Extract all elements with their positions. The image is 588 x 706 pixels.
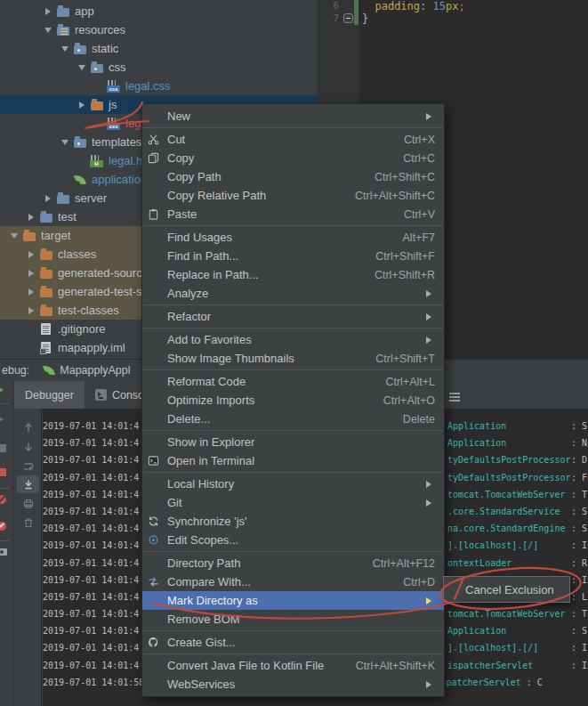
- menu-item-directory-path[interactable]: Directory PathCtrl+Alt+F12: [142, 554, 444, 572]
- log-message: : T: [571, 490, 587, 499]
- menu-item-local-history[interactable]: Local History: [142, 475, 444, 493]
- chevron-right-icon[interactable]: [24, 266, 38, 280]
- tree-item-static[interactable]: static: [0, 39, 318, 58]
- icon-spacer: [148, 171, 165, 183]
- thread-dump-icon[interactable]: [0, 546, 8, 558]
- code-token: ;: [458, 0, 464, 12]
- github-icon: [148, 637, 165, 649]
- tree-item-label: mapapply.iml: [58, 341, 125, 354]
- tab-debugger[interactable]: Debugger: [14, 381, 85, 409]
- menu-item-cut[interactable]: CutCtrl+X: [142, 130, 444, 149]
- tree-item-label: application: [92, 173, 147, 186]
- menu-item-webservices[interactable]: WebServices: [142, 675, 444, 694]
- chevron-right-icon[interactable]: [75, 98, 89, 112]
- log-time: 2019-07-01 14:01:4: [43, 643, 139, 653]
- menu-item-paste[interactable]: PasteCtrl+V: [142, 205, 444, 223]
- arrow-spacer: [24, 341, 38, 355]
- menu-item-label: Mark Directory as: [167, 594, 417, 607]
- menu-item-analyze[interactable]: Analyze: [142, 284, 444, 303]
- chevron-right-icon[interactable]: [24, 285, 38, 299]
- menu-item-open-in-terminal[interactable]: Open in Terminal: [142, 451, 444, 470]
- menu-item-copy-path[interactable]: Copy PathCtrl+Shift+C: [142, 167, 444, 186]
- mute-breakpoints-icon[interactable]: [0, 520, 8, 532]
- menu-item-mark-directory-as[interactable]: Mark Directory as: [142, 591, 444, 610]
- icon-spacer: [148, 413, 165, 426]
- tab-label: Debugger: [25, 389, 74, 402]
- menu-item-synchronize-js[interactable]: Synchronize 'js': [142, 512, 444, 531]
- stop-icon[interactable]: [0, 466, 8, 478]
- scroll-up-icon[interactable]: [17, 418, 39, 436]
- toolbar-separator: [0, 488, 9, 489]
- menu-item-cancel-exclusion[interactable]: Cancel Exclusion: [444, 580, 569, 599]
- fold-marker-icon[interactable]: [343, 13, 353, 23]
- tree-item-css[interactable]: css: [0, 58, 318, 77]
- scroll-down-icon[interactable]: [17, 438, 39, 456]
- menu-item-copy[interactable]: CopyCtrl+C: [142, 149, 444, 167]
- menu-item-find-in-path[interactable]: Find in Path...Ctrl+Shift+F: [142, 247, 444, 265]
- resume-icon[interactable]: [0, 413, 8, 426]
- log-message: : F: [571, 473, 587, 483]
- menu-separator: [143, 551, 443, 552]
- menu-item-refactor[interactable]: Refactor: [142, 307, 444, 326]
- chevron-right-icon[interactable]: [24, 210, 38, 224]
- tree-item-label: resources: [75, 23, 125, 37]
- log-message: : S: [571, 421, 587, 431]
- console-toolbar: [14, 409, 42, 706]
- soft-wrap-icon[interactable]: [17, 458, 39, 475]
- menu-separator: [143, 369, 443, 370]
- menu-item-label: Convert Java File to Kotlin File: [167, 659, 340, 672]
- rerun-icon[interactable]: [0, 384, 8, 396]
- tree-item-legal-css[interactable]: legal.css: [0, 77, 318, 95]
- chevron-down-icon[interactable]: [41, 23, 55, 37]
- chevron-right-icon[interactable]: [24, 304, 38, 318]
- chevron-down-icon[interactable]: [58, 42, 72, 56]
- submenu-arrow-icon: [426, 681, 435, 688]
- menu-item-label: Copy Relative Path: [167, 189, 339, 202]
- scroll-to-end-icon[interactable]: [17, 475, 39, 493]
- chevron-down-icon[interactable]: [7, 229, 21, 243]
- menu-item-create-gist[interactable]: Create Gist...: [142, 633, 444, 652]
- print-icon[interactable]: [17, 495, 39, 513]
- tree-item-resources[interactable]: resources: [0, 20, 318, 39]
- terminal-icon: [148, 455, 165, 467]
- menu-item-show-image-thumbnails[interactable]: Show Image ThumbnailsCtrl+Shift+T: [142, 349, 444, 368]
- menu-item-delete[interactable]: Delete...Delete: [142, 410, 444, 428]
- menu-item-new[interactable]: New: [142, 107, 444, 126]
- down-triangle-glyph: [11, 233, 18, 239]
- menu-item-shortcut: Alt+F7: [403, 231, 435, 244]
- log-logger: .core.StandardService: [447, 507, 560, 516]
- console-options-icon[interactable]: [449, 393, 460, 402]
- menu-item-copy-relative-path[interactable]: Copy Relative PathCtrl+Alt+Shift+C: [142, 186, 444, 205]
- menu-item-compare-with[interactable]: Compare With...Ctrl+D: [142, 572, 444, 591]
- pause-icon[interactable]: [0, 442, 8, 454]
- menu-item-remove-bom[interactable]: Remove BOM: [142, 610, 444, 629]
- menu-item-optimize-imports[interactable]: Optimize ImportsCtrl+Alt+O: [142, 391, 444, 410]
- menu-item-show-in-explorer[interactable]: Show in Explorer: [142, 433, 444, 451]
- clear-all-icon[interactable]: [17, 514, 39, 532]
- menu-item-add-to-favorites[interactable]: Add to Favorites: [142, 330, 444, 349]
- menu-item-convert-java-file-to-kotlin-file[interactable]: Convert Java File to Kotlin FileCtrl+Alt…: [142, 656, 444, 675]
- menu-separator: [143, 304, 443, 305]
- chevron-right-icon[interactable]: [41, 4, 55, 19]
- menu-item-replace-in-path[interactable]: Replace in Path...Ctrl+Shift+R: [142, 265, 444, 284]
- menu-item-reformat-code[interactable]: Reformat CodeCtrl+Alt+L: [142, 372, 444, 391]
- chevron-right-icon[interactable]: [41, 191, 55, 206]
- tree-item-app[interactable]: app: [0, 2, 318, 20]
- icon-spacer: [148, 311, 165, 323]
- menu-item-shortcut: Ctrl+Shift+C: [375, 171, 435, 183]
- ide-window: appresourcesstaticcsslegal.cssjslegal.cs…: [0, 0, 588, 706]
- menu-item-edit-scopes[interactable]: Edit Scopes...: [142, 531, 444, 549]
- menu-item-label: Find Usages: [167, 231, 387, 244]
- chevron-right-icon[interactable]: [24, 248, 38, 262]
- log-time: 2019-07-01 14:01:4: [43, 558, 139, 568]
- chevron-down-icon[interactable]: [75, 61, 89, 75]
- menu-item-git[interactable]: Git: [142, 493, 444, 512]
- menu-item-label: Synchronize 'js': [167, 515, 435, 528]
- log-part-msg: : C: [527, 678, 543, 687]
- scope-icon: [148, 534, 165, 547]
- folder-orange-icon: [21, 229, 36, 243]
- view-breakpoints-icon[interactable]: [0, 493, 8, 506]
- folder-orange-icon: [38, 285, 53, 299]
- chevron-down-icon[interactable]: [58, 135, 72, 150]
- menu-item-find-usages[interactable]: Find UsagesAlt+F7: [142, 228, 444, 247]
